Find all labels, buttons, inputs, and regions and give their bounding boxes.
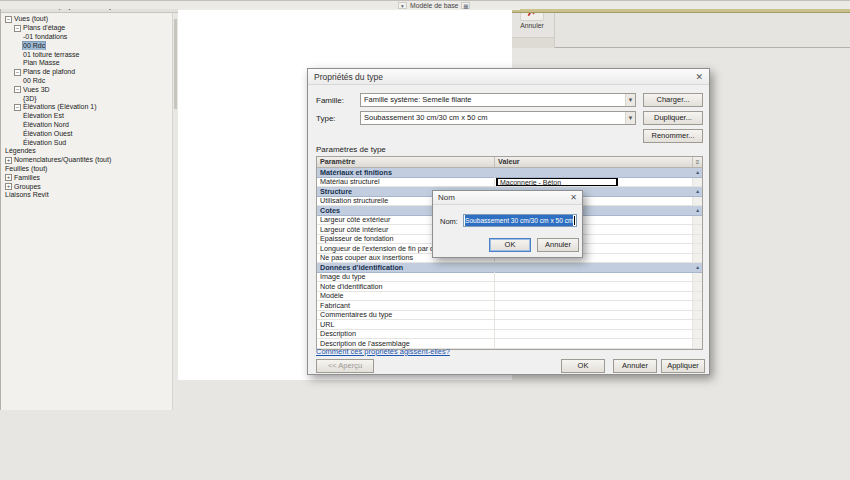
browser-item-familles[interactable]: +Familles — [1, 173, 178, 182]
parameter-row: Modèle — [317, 292, 702, 302]
browser-item-label: Plans de plafond — [23, 68, 75, 76]
parameter-label: Commentaires du type — [317, 310, 495, 319]
parameter-row: Description — [317, 330, 702, 340]
project-browser-tree: −Vues (tout)−Plans d'étage-01 fondations… — [1, 13, 178, 200]
browser-item-plans-de-plafond[interactable]: −Plans de plafond — [1, 68, 178, 77]
cancel-button[interactable]: Annuler — [613, 359, 657, 373]
expand-icon[interactable]: − — [5, 16, 12, 23]
dialog-titlebar[interactable]: Propriétés du type ✕ — [308, 69, 709, 85]
parameter-row: Image du type — [317, 273, 702, 283]
parameter-value[interactable] — [495, 273, 692, 282]
table-scroll-track[interactable] — [692, 178, 702, 187]
duplicate-button[interactable]: Dupliquer... — [643, 111, 703, 125]
parameter-label: URL — [317, 320, 495, 329]
parameter-value[interactable]: Maçonnerie - Béton — [495, 178, 692, 187]
expand-icon[interactable]: − — [14, 69, 21, 76]
selected-value-cell[interactable]: Maçonnerie - Béton — [497, 178, 617, 186]
rename-button[interactable]: Renommer... — [643, 129, 703, 143]
expand-icon[interactable]: − — [14, 25, 21, 32]
column-value: Valeur — [495, 157, 692, 167]
table-scroll-track[interactable] — [692, 311, 702, 320]
collapse-icon: ▴ — [696, 168, 699, 177]
parameter-value[interactable] — [495, 311, 692, 320]
parameter-value[interactable] — [495, 320, 692, 329]
table-scroll-track[interactable] — [692, 301, 702, 310]
parameter-label: Matériau structurel — [317, 177, 495, 186]
browser-item-elevation-ouest[interactable]: Élévation Ouest — [1, 129, 178, 138]
table-scroll-track[interactable] — [692, 330, 702, 339]
table-scroll-track[interactable] — [692, 197, 702, 206]
table-scroll-track[interactable] — [692, 225, 702, 234]
type-dropdown[interactable]: Soubassement 30 cm/30 cm x 50 cm ▼ — [360, 111, 636, 125]
browser-item-elevation-nord[interactable]: Élévation Nord — [1, 121, 178, 130]
collapse-icon: ▴ — [696, 187, 699, 196]
preview-button[interactable]: << Aperçu — [316, 359, 374, 373]
browser-item-label: Vues 3D — [23, 86, 50, 94]
browser-item-nomenclatures-quantites-tout[interactable]: +Nomenclatures/Quantités (tout) — [1, 156, 178, 165]
browser-item-liaisons-revit[interactable]: Liaisons Revit — [1, 191, 178, 200]
browser-item-vues-tout[interactable]: −Vues (tout) — [1, 15, 178, 24]
scrollbar-thumb[interactable] — [174, 19, 177, 109]
parameter-value[interactable] — [495, 330, 692, 339]
dialog-titlebar[interactable]: Nom ✕ — [433, 191, 582, 205]
browser-item-plan-masse[interactable]: Plan Masse — [1, 59, 178, 68]
expand-icon[interactable]: + — [5, 174, 12, 181]
table-scroll-track[interactable] — [692, 320, 702, 329]
browser-item-legendes[interactable]: Légendes — [1, 147, 178, 156]
table-scroll-track[interactable] — [692, 292, 702, 301]
section-label: Cotes — [320, 206, 340, 215]
parameter-row: Note d'identification — [317, 282, 702, 292]
table-scroll-track[interactable] — [692, 273, 702, 282]
parameter-label: Image du type — [317, 272, 495, 281]
parameter-value[interactable] — [495, 282, 692, 291]
expand-icon[interactable]: − — [14, 86, 21, 93]
cancel-button[interactable]: Annuler — [537, 238, 579, 252]
ok-button[interactable]: OK — [489, 238, 531, 252]
browser-item-elevations-elevation-1[interactable]: −Élévations (Élévation 1) — [1, 103, 178, 112]
parameters-table-header: Paramètre Valeur ≡ — [317, 157, 702, 168]
browser-item-00-rdc[interactable]: 00 Rdc — [1, 41, 178, 50]
browser-item-elevation-sud[interactable]: Élévation Sud — [1, 138, 178, 147]
expand-icon[interactable]: + — [5, 183, 12, 190]
section-header-donnees-d-identification[interactable]: Données d'identification▴ — [317, 263, 702, 273]
browser-item-01-toiture-terrasse[interactable]: 01 toiture terrasse — [1, 50, 178, 59]
browser-item-00-rdc[interactable]: 00 Rdc — [1, 77, 178, 86]
parameter-value[interactable] — [495, 339, 692, 348]
browser-item-3d[interactable]: {3D} — [1, 94, 178, 103]
parameter-label: Note d'identification — [317, 282, 495, 291]
name-input[interactable]: Soubassement 30 cm/30 cm x 50 cm — [463, 214, 577, 227]
close-icon[interactable]: ✕ — [695, 72, 703, 82]
browser-scrollbar[interactable] — [172, 13, 178, 410]
filter-icon[interactable]: ▦ — [461, 2, 470, 9]
section-header-materiaux-et-finitions[interactable]: Matériaux et finitions▴ — [317, 168, 702, 178]
load-button[interactable]: Charger... — [643, 93, 703, 107]
family-dropdown[interactable]: Famille système: Semelle filante ▼ — [360, 93, 636, 107]
ok-button[interactable]: OK — [561, 359, 605, 373]
browser-item-feuilles-tout[interactable]: Feuilles (tout) — [1, 165, 178, 174]
browser-item-vues-3d[interactable]: −Vues 3D — [1, 85, 178, 94]
browser-item-01-fondations[interactable]: -01 fondations — [1, 33, 178, 42]
parameter-value[interactable] — [495, 301, 692, 310]
browser-item-label: Élévation Est — [23, 112, 64, 120]
expand-icon[interactable]: + — [5, 157, 12, 164]
sort-icon[interactable]: ≡ — [692, 157, 702, 167]
browser-item-label: Plans d'étage — [23, 24, 65, 32]
table-scroll-track[interactable] — [692, 254, 702, 263]
design-options-control[interactable]: ▾ Modèle de base ▦ — [398, 1, 470, 10]
close-icon[interactable]: ✕ — [570, 193, 577, 202]
family-label: Famille: — [316, 96, 344, 105]
browser-item-elevation-est[interactable]: Élévation Est — [1, 112, 178, 121]
parameter-label: Modèle — [317, 291, 495, 300]
table-scroll-track[interactable] — [692, 244, 702, 253]
apply-button[interactable]: Appliquer — [661, 359, 705, 373]
table-scroll-track[interactable] — [692, 216, 702, 225]
table-scroll-track[interactable] — [692, 339, 702, 348]
table-scroll-track[interactable] — [692, 282, 702, 291]
browser-item-groupes[interactable]: +Groupes — [1, 182, 178, 191]
expand-icon[interactable]: − — [14, 104, 21, 111]
table-scroll-track[interactable] — [692, 235, 702, 244]
parameter-row: Commentaires du type — [317, 311, 702, 321]
properties-help-link[interactable]: Comment ces propriétés agissent-elles? — [316, 347, 450, 356]
browser-item-plans-d-etage[interactable]: −Plans d'étage — [1, 24, 178, 33]
parameter-value[interactable] — [495, 292, 692, 301]
